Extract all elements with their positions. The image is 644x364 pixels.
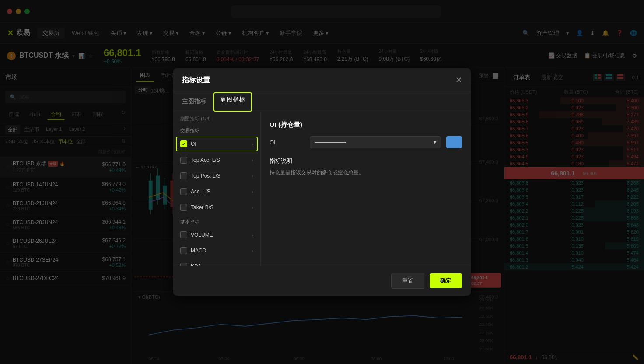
indicator-volume[interactable]: VOLUME › bbox=[173, 227, 260, 243]
oi-setting-label: OI bbox=[270, 139, 304, 146]
volume-checkbox[interactable] bbox=[180, 231, 187, 238]
oi-label: OI bbox=[191, 141, 248, 147]
macd-arrow: › bbox=[252, 248, 253, 253]
line-type-select[interactable]: —————— ▾ bbox=[310, 136, 441, 148]
sub-indicator-section-label: 副图指标 (1/4) bbox=[173, 112, 260, 126]
indicator-oi[interactable]: ✓ OI › bbox=[176, 136, 258, 151]
taker-arrow: › bbox=[252, 205, 253, 210]
macd-label: MACD bbox=[191, 248, 248, 254]
modal-indicator-list: 副图指标 (1/4) 交易指标 ✓ OI › Top Acc. L/S › bbox=[173, 112, 261, 266]
volume-arrow: › bbox=[252, 233, 253, 238]
setting-title: OI (持仓量) bbox=[270, 121, 462, 129]
indicator-macd[interactable]: MACD › bbox=[173, 243, 260, 259]
taker-checkbox[interactable] bbox=[180, 204, 187, 211]
indicator-taker[interactable]: Taker B/S › bbox=[173, 200, 260, 215]
modal-tabs: 主图指标 副图指标 bbox=[173, 92, 471, 112]
modal-indicator-settings: 指标设置 ✕ 主图指标 副图指标 副图指标 (1/4) 交易指标 ✓ OI › bbox=[173, 68, 471, 296]
indicator-acc[interactable]: Acc. L/S › bbox=[173, 184, 260, 200]
oi-checkbox[interactable]: ✓ bbox=[180, 140, 187, 147]
acc-checkbox[interactable] bbox=[180, 188, 187, 195]
basic-section-label: 基本指标 bbox=[173, 215, 260, 227]
modal-close-button[interactable]: ✕ bbox=[455, 75, 462, 85]
top-acc-checkbox[interactable] bbox=[180, 157, 187, 164]
volume-label: VOLUME bbox=[191, 232, 248, 238]
description-section: 指标说明 持仓量是指该交易对的多仓或空仓总量。 bbox=[270, 157, 462, 177]
modal-overlay[interactable]: 指标设置 ✕ 主图指标 副图指标 副图指标 (1/4) 交易指标 ✓ OI › bbox=[0, 0, 644, 364]
trading-section-label: 交易指标 bbox=[173, 126, 260, 136]
indicator-top-acc[interactable]: Top Acc. L/S › bbox=[173, 152, 260, 168]
top-pos-arrow: › bbox=[252, 174, 253, 178]
modal-title: 指标设置 bbox=[182, 76, 210, 85]
reset-button[interactable]: 重置 bbox=[391, 273, 424, 289]
taker-label: Taker B/S bbox=[191, 204, 248, 210]
top-acc-label: Top Acc. L/S bbox=[191, 157, 248, 163]
color-picker[interactable] bbox=[446, 136, 462, 148]
top-pos-label: Top Pos. L/S bbox=[191, 173, 248, 179]
acc-arrow: › bbox=[252, 189, 253, 194]
top-acc-arrow: › bbox=[252, 158, 253, 163]
modal-settings-panel: OI (持仓量) OI —————— ▾ 指标说明 持仓量是指该交易对的多仓或空… bbox=[261, 112, 471, 266]
modal-tab-sub[interactable]: 副图指标 bbox=[214, 92, 252, 112]
modal-body: 副图指标 (1/4) 交易指标 ✓ OI › Top Acc. L/S › bbox=[173, 112, 471, 266]
description-text: 持仓量是指该交易对的多仓或空仓总量。 bbox=[270, 168, 462, 177]
confirm-button[interactable]: 确定 bbox=[430, 273, 462, 288]
modal-footer: 重置 确定 bbox=[173, 266, 471, 296]
modal-tab-main[interactable]: 主图指标 bbox=[182, 92, 206, 112]
indicator-top-pos[interactable]: Top Pos. L/S › bbox=[173, 168, 260, 184]
description-title: 指标说明 bbox=[270, 157, 462, 165]
oi-arrow: › bbox=[252, 142, 253, 147]
modal-header: 指标设置 ✕ bbox=[173, 68, 471, 92]
indicator-kdj[interactable]: KDJ › bbox=[173, 259, 260, 266]
oi-setting-row: OI —————— ▾ bbox=[270, 136, 462, 148]
macd-checkbox[interactable] bbox=[180, 247, 187, 254]
acc-label: Acc. L/S bbox=[191, 189, 248, 195]
top-pos-checkbox[interactable] bbox=[180, 172, 187, 179]
